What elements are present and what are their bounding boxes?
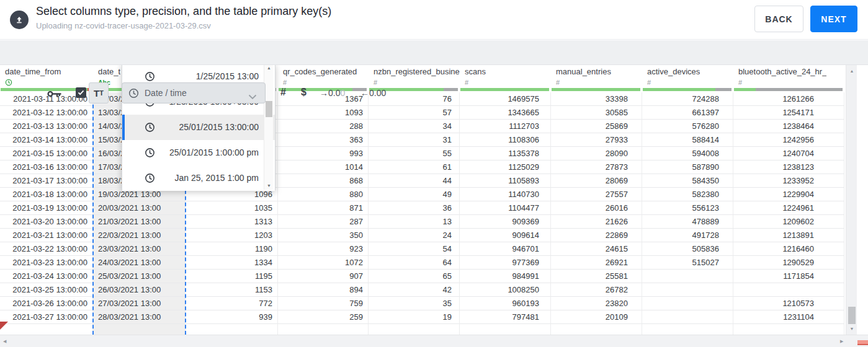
table-cell[interactable]: 25869 xyxy=(551,120,642,133)
dropdown-scrollbar[interactable]: ▲ ▼ xyxy=(264,64,273,190)
table-cell[interactable]: 25581 xyxy=(551,270,642,283)
table-cell[interactable]: 2021-03-19 13:00:00 xyxy=(0,201,93,215)
table-cell[interactable]: 2021-03-24 13:00:00 xyxy=(0,270,93,283)
type-select[interactable]: Date / time xyxy=(122,82,266,103)
vertical-scrollbar[interactable]: ▲ ▼ xyxy=(846,65,857,335)
table-cell[interactable]: 27933 xyxy=(551,133,642,147)
table-cell[interactable]: 26016 xyxy=(551,201,642,215)
table-cell[interactable]: 1035 xyxy=(186,201,278,215)
table-cell[interactable]: 1229904 xyxy=(733,188,844,201)
table-cell[interactable]: 33398 xyxy=(551,92,642,106)
table-cell[interactable]: 61 xyxy=(369,160,460,174)
table-cell[interactable]: 1343665 xyxy=(460,106,551,120)
table-cell[interactable]: 907 xyxy=(278,270,369,283)
table-cell[interactable]: 661397 xyxy=(642,106,733,120)
table-cell[interactable]: 2021-03-23 13:00:00 xyxy=(0,256,93,270)
format-option-selected[interactable]: 25/01/2015 13:00:00 xyxy=(122,115,275,140)
table-cell[interactable]: 1008250 xyxy=(460,283,551,297)
number-type-button[interactable]: # xyxy=(280,87,286,98)
table-cell[interactable]: 505836 xyxy=(642,242,733,256)
table-cell[interactable]: 28069 xyxy=(551,174,642,188)
table-cell[interactable]: 1112703 xyxy=(460,120,551,133)
table-cell[interactable]: 584350 xyxy=(642,174,733,188)
table-cell[interactable]: 1224961 xyxy=(733,201,844,215)
table-cell[interactable]: 2021-03-26 13:00:00 xyxy=(0,297,93,310)
table-cell[interactable]: 1153 xyxy=(186,283,278,297)
table-cell[interactable]: 1254171 xyxy=(733,106,844,120)
table-cell[interactable]: 2021-03-25 13:00:00 xyxy=(0,283,93,297)
table-cell[interactable]: 26/03/2021 13:00 xyxy=(93,283,186,297)
table-cell[interactable]: 350 xyxy=(278,229,369,242)
table-cell[interactable] xyxy=(642,324,733,335)
back-button[interactable]: BACK xyxy=(754,6,803,32)
table-cell[interactable]: 27/03/2021 13:00 xyxy=(93,297,186,310)
table-cell[interactable]: 2021-03-17 13:00:00 xyxy=(0,174,93,188)
table-cell[interactable]: 868 xyxy=(278,174,369,188)
table-cell[interactable]: 1171854 xyxy=(733,270,844,283)
table-cell[interactable]: 34 xyxy=(369,120,460,133)
column-header-bluetooth_active_24_hr_[interactable]: bluetooth_active_24_hr_# xyxy=(733,65,844,92)
table-cell[interactable]: 960193 xyxy=(460,297,551,310)
table-cell[interactable]: 27557 xyxy=(551,188,642,201)
table-cell[interactable]: 57 xyxy=(369,106,460,120)
table-cell[interactable]: 909369 xyxy=(460,215,551,229)
table-cell[interactable]: 2021-03-16 13:00:00 xyxy=(0,160,93,174)
scroll-down-arrow-icon[interactable]: ▼ xyxy=(264,183,274,188)
table-cell[interactable]: 1240704 xyxy=(733,147,844,160)
table-cell[interactable]: 576280 xyxy=(642,120,733,133)
table-cell[interactable]: 24615 xyxy=(551,242,642,256)
table-cell[interactable]: 993 xyxy=(278,147,369,160)
table-cell[interactable]: 977369 xyxy=(460,256,551,270)
table-cell[interactable]: 2021-03-13 13:00:00 xyxy=(0,120,93,133)
table-cell[interactable]: 363 xyxy=(278,133,369,147)
table-cell[interactable]: 1216460 xyxy=(733,242,844,256)
table-cell[interactable]: 1334 xyxy=(186,256,278,270)
table-cell[interactable] xyxy=(642,297,733,310)
currency-type-button[interactable]: $ xyxy=(301,87,306,98)
table-cell[interactable]: 288 xyxy=(278,120,369,133)
scroll-down-arrow-icon[interactable]: ▼ xyxy=(846,327,857,331)
scroll-right-arrow-icon[interactable]: ▶ xyxy=(840,339,843,344)
table-cell[interactable]: 28090 xyxy=(551,147,642,160)
table-cell[interactable] xyxy=(733,283,844,297)
table-cell[interactable]: 871 xyxy=(278,201,369,215)
table-cell[interactable]: 26782 xyxy=(551,283,642,297)
table-cell[interactable] xyxy=(186,324,278,335)
table-cell[interactable]: 2021-03-12 13:00:00 xyxy=(0,106,93,120)
table-cell[interactable]: 1261266 xyxy=(733,92,844,106)
table-cell[interactable]: 1104477 xyxy=(460,201,551,215)
table-cell[interactable]: 1242956 xyxy=(733,133,844,147)
table-cell[interactable]: 1203 xyxy=(186,229,278,242)
table-cell[interactable]: 24/03/2021 13:00 xyxy=(93,256,186,270)
table-cell[interactable]: 2021-03-20 13:00:00 xyxy=(0,215,93,229)
table-cell[interactable]: 1014 xyxy=(278,160,369,174)
table-cell[interactable]: 1190 xyxy=(186,242,278,256)
table-cell[interactable]: 19 xyxy=(369,310,460,324)
table-cell[interactable]: 588414 xyxy=(642,133,733,147)
table-cell[interactable]: 65 xyxy=(369,270,460,283)
table-cell[interactable]: 1469575 xyxy=(460,92,551,106)
table-cell[interactable] xyxy=(642,283,733,297)
column-header-manual_entries[interactable]: manual_entries# xyxy=(551,65,642,92)
table-cell[interactable]: 1135378 xyxy=(460,147,551,160)
table-cell[interactable]: 1290529 xyxy=(733,256,844,270)
table-cell[interactable]: 54 xyxy=(369,242,460,256)
table-cell[interactable]: 1313 xyxy=(186,215,278,229)
text-type-button[interactable]: TT xyxy=(89,82,109,103)
table-cell[interactable]: 1209602 xyxy=(733,215,844,229)
table-cell[interactable]: 946701 xyxy=(460,242,551,256)
table-cell[interactable]: 2021-03-15 13:00:00 xyxy=(0,147,93,160)
horizontal-scrollbar[interactable]: ◀ ▶ xyxy=(0,335,868,347)
table-cell[interactable]: 1105893 xyxy=(460,174,551,188)
table-cell[interactable]: 23820 xyxy=(551,297,642,310)
table-cell[interactable]: 1210573 xyxy=(733,297,844,310)
table-cell[interactable]: 287 xyxy=(278,215,369,229)
table-cell[interactable]: 13 xyxy=(369,215,460,229)
table-cell[interactable]: 25/03/2021 13:00 xyxy=(93,270,186,283)
format-option[interactable]: 25/01/2015 1:00:00 pm xyxy=(122,140,275,165)
table-cell[interactable]: 27873 xyxy=(551,160,642,174)
table-cell[interactable]: 2021-03-18 13:00:00 xyxy=(0,188,93,201)
table-cell[interactable]: 20109 xyxy=(551,310,642,324)
next-button[interactable]: NEXT xyxy=(810,6,857,32)
table-cell[interactable]: 1108306 xyxy=(460,133,551,147)
